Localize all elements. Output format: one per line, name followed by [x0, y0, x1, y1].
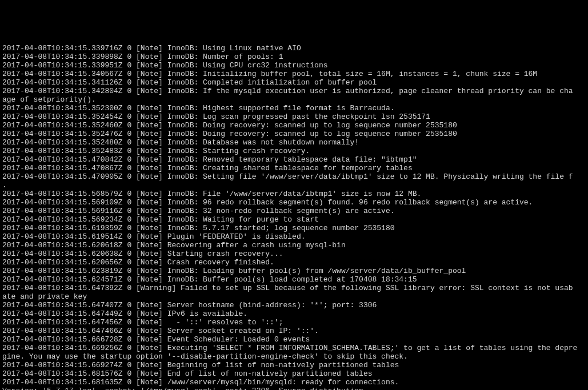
log-line: 2017-04-08T10:34:15.339898Z 0 [Note] Inn… [2, 53, 586, 61]
log-line: 2017-04-08T10:34:15.470842Z 0 [Note] Inn… [2, 155, 586, 164]
log-line: 2017-04-08T10:34:15.619514Z 0 [Note] Plu… [2, 232, 586, 241]
log-line: 2017-04-08T10:34:15.341126Z 0 [Note] Inn… [2, 78, 586, 87]
log-line: 2017-04-08T10:34:15.352454Z 0 [Note] Inn… [2, 112, 586, 121]
log-line: 2017-04-08T10:34:15.339716Z 0 [Note] Inn… [2, 44, 586, 53]
log-line: ate and private key [2, 292, 586, 301]
log-line: 2017-04-08T10:34:15.569109Z 0 [Note] Inn… [2, 198, 586, 207]
log-line: 2017-04-08T10:34:15.470867Z 0 [Note] Inn… [2, 164, 586, 172]
log-line: 2017-04-08T10:34:15.352460Z 0 [Note] Inn… [2, 121, 586, 130]
log-line: gine. You may use the startup option '--… [2, 352, 586, 361]
log-line: 2017-04-08T10:34:15.647456Z 0 [Note] - '… [2, 318, 586, 327]
log-line: 2017-04-08T10:34:15.568579Z 0 [Note] Inn… [2, 190, 586, 198]
log-line: 2017-04-08T10:34:15.620638Z 0 [Note] Sta… [2, 250, 586, 258]
log-line: 2017-04-08T10:34:15.352480Z 0 [Note] Inn… [2, 138, 586, 147]
log-line: 2017-04-08T10:34:15.647392Z 0 [Warning] … [2, 284, 586, 292]
terminal-output[interactable]: 2017-04-08T10:34:15.339716Z 0 [Note] Inn… [0, 43, 588, 390]
log-line: 2017-04-08T10:34:15.647466Z 0 [Note] Ser… [2, 327, 586, 335]
log-line: 2017-04-08T10:34:15.352300Z 0 [Note] Inn… [2, 104, 586, 112]
log-line: . [2, 181, 586, 190]
log-line: 2017-04-08T10:34:15.339951Z 0 [Note] Inn… [2, 61, 586, 70]
log-line: 2017-04-08T10:34:15.623819Z 0 [Note] Inn… [2, 267, 586, 275]
log-line: 2017-04-08T10:34:15.669274Z 0 [Note] Beg… [2, 361, 586, 369]
log-line: 2017-04-08T10:34:15.647449Z 0 [Note] IPv… [2, 309, 586, 318]
log-line: 2017-04-08T10:34:15.470905Z 0 [Note] Inn… [2, 172, 586, 181]
log-line: 2017-04-08T10:34:15.620656Z 0 [Note] Cra… [2, 258, 586, 267]
log-line: 2017-04-08T10:34:15.352476Z 0 [Note] Inn… [2, 130, 586, 138]
log-line: age of setpriority(). [2, 95, 586, 104]
log-line: 2017-04-08T10:34:15.666728Z 0 [Note] Eve… [2, 335, 586, 344]
log-line: 2017-04-08T10:34:15.624571Z 0 [Note] Inn… [2, 275, 586, 284]
log-line: 2017-04-08T10:34:15.342804Z 0 [Note] Inn… [2, 87, 586, 95]
log-line: 2017-04-08T10:34:15.352483Z 0 [Note] Inn… [2, 147, 586, 155]
log-line: 2017-04-08T10:34:15.620618Z 0 [Note] Rec… [2, 241, 586, 250]
log-line: 2017-04-08T10:34:15.340567Z 0 [Note] Inn… [2, 70, 586, 78]
log-line: 2017-04-08T10:34:15.569116Z 0 [Note] Inn… [2, 207, 586, 215]
log-line: Version: '5.7.17-log' socket: '/tmp/mysq… [2, 387, 586, 390]
log-line: 2017-04-08T10:34:15.619359Z 0 [Note] Inn… [2, 224, 586, 232]
log-line: 2017-04-08T10:34:15.681635Z 0 [Note] /ww… [2, 378, 586, 387]
log-line: 2017-04-08T10:34:15.569234Z 0 [Note] Inn… [2, 215, 586, 224]
log-line: 2017-04-08T10:34:15.647407Z 0 [Note] Ser… [2, 301, 586, 309]
log-line: 2017-04-08T10:34:15.681576Z 0 [Note] End… [2, 369, 586, 378]
log-line: 2017-04-08T10:34:15.669256Z 0 [Note] Exe… [2, 344, 586, 352]
